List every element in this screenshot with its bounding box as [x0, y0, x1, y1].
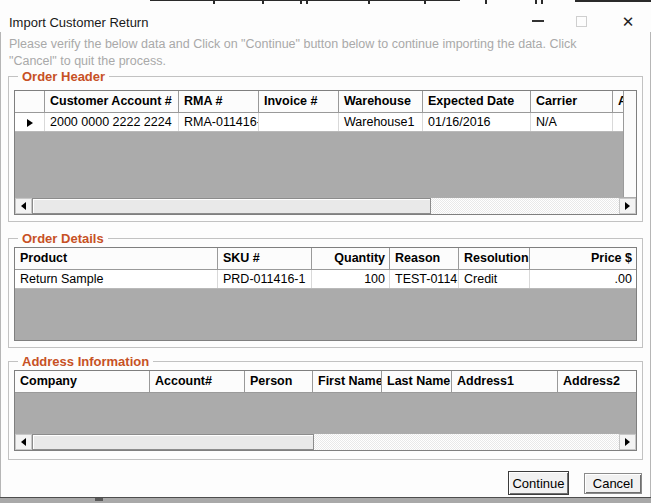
- column-header-quantity[interactable]: Quantity: [312, 248, 390, 269]
- address-horizontal-scrollbar[interactable]: [15, 433, 636, 450]
- scroll-right-button[interactable]: [619, 434, 636, 450]
- current-row-arrow-icon: [27, 119, 33, 127]
- cell-customer-account[interactable]: 2000 0000 2222 2224: [45, 113, 179, 131]
- minimize-button[interactable]: [522, 10, 554, 32]
- row-selector-cell[interactable]: [15, 113, 45, 131]
- address-information-group-label: Address Information: [18, 354, 153, 369]
- column-header-product[interactable]: Product: [15, 248, 218, 269]
- column-header-price[interactable]: Price $: [530, 248, 636, 269]
- background-window-artifact: [575, 0, 651, 2]
- order-details-grid[interactable]: Product SKU # Quantity Reason Resolution…: [14, 247, 637, 341]
- address-grid-header: Company Account# Person First Name Last …: [15, 371, 636, 393]
- column-header-address2[interactable]: Address2: [558, 371, 636, 392]
- maximize-icon: [576, 16, 587, 27]
- cell-resolution[interactable]: Credit: [459, 270, 530, 288]
- order-header-horizontal-scrollbar[interactable]: [15, 197, 636, 214]
- cell-reason[interactable]: TEST-01141: [390, 270, 459, 288]
- close-button[interactable]: ✕: [612, 10, 644, 32]
- close-icon: ✕: [622, 14, 635, 29]
- instruction-text: Please verify the below data and Click o…: [9, 36, 623, 70]
- column-header-customer-account[interactable]: Customer Account #: [45, 91, 179, 112]
- background-window-artifact: [95, 498, 103, 501]
- scrollbar-thumb[interactable]: [32, 434, 314, 450]
- address-information-group: Address Information Company Account# Per…: [8, 361, 643, 460]
- maximize-button: [565, 10, 597, 32]
- column-header-account[interactable]: Account#: [150, 371, 245, 392]
- order-details-group-label: Order Details: [18, 231, 108, 246]
- scrollbar-track[interactable]: [32, 434, 619, 450]
- cell-warehouse[interactable]: Warehouse1: [339, 113, 423, 131]
- order-header-group: Order Header Customer Account # RMA # In…: [8, 76, 643, 222]
- column-header-company[interactable]: Company: [15, 371, 150, 392]
- cell-rma[interactable]: RMA-011416-: [179, 113, 259, 131]
- scrollbar-track[interactable]: [32, 198, 619, 214]
- column-header-expected-date[interactable]: Expected Date: [423, 91, 531, 112]
- column-header-carrier[interactable]: Carrier: [531, 91, 613, 112]
- scroll-right-icon: [625, 202, 630, 210]
- column-header-address1[interactable]: Address1: [452, 371, 558, 392]
- column-header-first-name[interactable]: First Name: [313, 371, 382, 392]
- cell-sku[interactable]: PRD-011416-1: [218, 270, 312, 288]
- column-header-last-name[interactable]: Last Name: [382, 371, 452, 392]
- cell-product[interactable]: Return Sample: [15, 270, 218, 288]
- order-header-grid[interactable]: Customer Account # RMA # Invoice # Wareh…: [14, 90, 637, 215]
- column-header-person[interactable]: Person: [245, 371, 313, 392]
- scroll-left-icon: [21, 438, 26, 446]
- column-header-reason[interactable]: Reason: [390, 248, 459, 269]
- scroll-left-icon: [21, 202, 26, 210]
- column-header-rma[interactable]: RMA #: [179, 91, 259, 112]
- scroll-left-button[interactable]: [15, 434, 32, 450]
- cancel-button[interactable]: Cancel: [584, 473, 642, 494]
- title-bar: Import Customer Return ✕: [0, 4, 651, 32]
- order-details-group: Order Details Product SKU # Quantity Rea…: [8, 238, 643, 348]
- cell-expected-date[interactable]: 01/16/2016: [423, 113, 531, 131]
- order-details-grid-header: Product SKU # Quantity Reason Resolution…: [15, 248, 636, 270]
- cell-invoice[interactable]: [259, 113, 339, 131]
- scroll-left-button[interactable]: [15, 198, 32, 214]
- scroll-right-button[interactable]: [619, 198, 636, 214]
- column-header-sku[interactable]: SKU #: [218, 248, 312, 269]
- address-information-grid[interactable]: Company Account# Person First Name Last …: [14, 370, 637, 451]
- scroll-right-icon: [625, 438, 630, 446]
- order-header-group-label: Order Header: [18, 69, 109, 84]
- column-header-resolution[interactable]: Resolution: [459, 248, 530, 269]
- vertical-scrollbar-track[interactable]: [623, 91, 636, 198]
- background-window-artifact: [150, 0, 460, 1]
- column-header-row-selector: [15, 91, 45, 112]
- order-header-row[interactable]: 2000 0000 2222 2224 RMA-011416- Warehous…: [15, 113, 624, 132]
- cell-price[interactable]: .00: [530, 270, 636, 288]
- cell-quantity[interactable]: 100: [312, 270, 390, 288]
- scrollbar-thumb[interactable]: [32, 198, 431, 214]
- order-header-grid-header: Customer Account # RMA # Invoice # Wareh…: [15, 91, 624, 113]
- column-header-invoice[interactable]: Invoice #: [259, 91, 339, 112]
- window-title: Import Customer Return: [9, 15, 148, 30]
- column-header-warehouse[interactable]: Warehouse: [339, 91, 423, 112]
- order-details-row[interactable]: Return Sample PRD-011416-1 100 TEST-0114…: [15, 270, 636, 289]
- minimize-icon: [532, 20, 544, 22]
- cell-carrier[interactable]: N/A: [531, 113, 613, 131]
- continue-button[interactable]: Continue: [508, 471, 569, 495]
